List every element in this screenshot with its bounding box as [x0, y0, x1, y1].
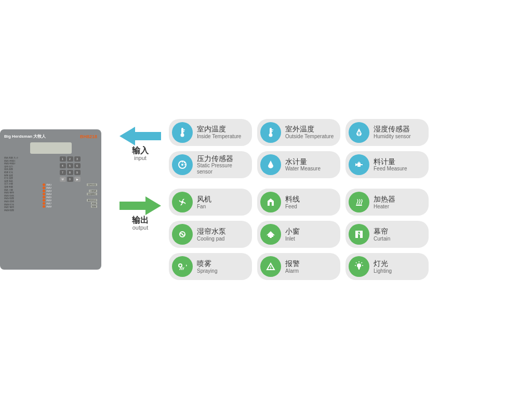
- item-heater: 加热器 Heater: [345, 189, 429, 216]
- svg-line-37: [181, 268, 182, 270]
- alarm-icon: [260, 256, 281, 277]
- svg-point-35: [179, 264, 182, 267]
- feed-text: 料线 Feed: [285, 195, 300, 210]
- indicator-label-1: 风机1: [46, 183, 86, 186]
- indicator-3: 风机3 小喷雾: [43, 190, 97, 192]
- key-menu[interactable]: M: [60, 177, 66, 182]
- output-items-grid: 风机 Fan 料线 Feed: [169, 189, 429, 280]
- svg-rect-43: [358, 268, 360, 269]
- indicator-label-5: 风机5: [46, 196, 94, 198]
- spray-en: Spraying: [197, 268, 217, 274]
- key-9[interactable]: 9: [74, 170, 81, 175]
- curtain-text: 幕帘 Curtain: [374, 227, 390, 242]
- inside-temp-en: Inside Temperature: [197, 134, 241, 140]
- feed-measure-en: Feed Measure: [374, 166, 407, 172]
- heater-text: 加热器 Heater: [374, 195, 395, 210]
- heater-cn: 加热器: [374, 195, 395, 204]
- indicator-dot-7: [43, 202, 45, 205]
- indicator-label-7: 风机7: [46, 202, 90, 205]
- key-2[interactable]: 2: [67, 156, 73, 162]
- indicator-tag-3: 小喷雾: [89, 190, 97, 192]
- cooling-text: 湿帘水泵 Cooling pad: [197, 227, 226, 242]
- key-0[interactable]: 0: [67, 177, 73, 182]
- key-7[interactable]: 7: [60, 170, 66, 175]
- alarm-en: Alarm: [285, 268, 300, 274]
- water-text: 水计量 Water Measure: [285, 157, 321, 172]
- main-container: Big Herdsman 大牧人 BH8218 风机 风量 大,小 风机1 料线…: [0, 0, 532, 399]
- fan-en: Fan: [197, 204, 211, 210]
- svg-rect-30: [270, 237, 272, 238]
- keypad-row-2: 4 5 6: [43, 163, 97, 168]
- key-4[interactable]: 4: [60, 163, 66, 168]
- item-inlet: 小窗 Inlet: [257, 221, 340, 248]
- indicator-dot-6: [43, 199, 45, 202]
- key-6[interactable]: 6: [74, 163, 81, 168]
- svg-point-22: [181, 201, 184, 204]
- feed-measure-text: 料计量 Feed Measure: [374, 157, 407, 172]
- key-5[interactable]: 5: [67, 163, 73, 168]
- inside-temp-text: 室内温度 Inside Temperature: [197, 125, 241, 140]
- indicator-tag-4: 温感网柱: [87, 193, 97, 195]
- heater-icon: [349, 192, 369, 212]
- controller-header: Big Herdsman 大牧人 BH8218: [4, 134, 97, 139]
- indicator-label-3: 风机3: [46, 190, 88, 192]
- item-feed-measure: 料计量 Feed Measure: [345, 151, 429, 179]
- svg-rect-24: [270, 202, 272, 206]
- indicator-rows: 风机1 湿帘水泵 风机2 风机3 小喷雾 风: [43, 183, 97, 208]
- controller-panel: Big Herdsman 大牧人 BH8218 风机 风量 大,小 风机1 料线…: [0, 129, 101, 270]
- indicator-tag-7: 料线: [91, 202, 97, 205]
- indicator-6: 风机6 幕帘开启: [43, 199, 97, 202]
- key-1[interactable]: 1: [60, 156, 66, 162]
- pressure-cn: 压力传感器: [197, 154, 246, 163]
- svg-line-49: [356, 262, 357, 263]
- item-alarm: 报警 Alarm: [257, 253, 340, 280]
- curtain-icon: [349, 224, 369, 245]
- indicator-4: 风机4 温感网柱: [43, 193, 97, 195]
- output-arrow-label: 输出 output: [117, 196, 164, 231]
- output-section: 输出 output 风机: [117, 189, 532, 280]
- input-label-en: input: [134, 155, 147, 161]
- feed-measure-icon: [349, 154, 369, 175]
- svg-line-14: [184, 162, 185, 163]
- humidity-icon: [349, 122, 369, 143]
- controller-body: 风机 风量 大,小 风机1 料线1 风机2 料线2 湿帘 压力 排风 报警 喷雾…: [4, 156, 97, 211]
- lighting-icon: [349, 256, 369, 277]
- diagram: 输入 input 室内温度 Ins: [117, 119, 532, 281]
- indicator-tag-1: 湿帘水泵: [87, 183, 97, 186]
- outside-temp-icon: [260, 122, 281, 143]
- key-enter[interactable]: ▶: [74, 177, 81, 182]
- lighting-cn: 灯光: [374, 259, 392, 268]
- cooling-icon: [172, 224, 193, 245]
- controller-model: BH8218: [80, 134, 97, 139]
- item-curtain: 幕帘 Curtain: [345, 221, 429, 248]
- svg-marker-0: [119, 127, 161, 145]
- svg-marker-28: [267, 231, 275, 235]
- water-en: Water Measure: [285, 166, 321, 172]
- key-8[interactable]: 8: [67, 170, 73, 175]
- svg-rect-1: [181, 128, 183, 134]
- item-fan: 风机 Fan: [169, 189, 252, 216]
- inside-temp-cn: 室内温度: [197, 125, 241, 134]
- svg-rect-44: [358, 269, 360, 270]
- spray-cn: 喷雾: [197, 259, 217, 268]
- indicator-7: 风机7 料线: [43, 202, 97, 205]
- svg-rect-17: [357, 163, 361, 167]
- alarm-text: 报警 Alarm: [285, 259, 300, 274]
- outside-temp-cn: 室外温度: [285, 125, 334, 134]
- svg-line-36: [180, 268, 181, 270]
- svg-point-6: [269, 133, 273, 137]
- feed-measure-cn: 料计量: [374, 157, 407, 166]
- input-section: 输入 input 室内温度 Ins: [117, 119, 532, 179]
- cooling-en: Cooling pad: [197, 236, 226, 242]
- svg-line-34: [358, 233, 360, 235]
- key-3[interactable]: 3: [74, 156, 81, 162]
- svg-rect-31: [355, 231, 363, 232]
- svg-point-27: [182, 234, 183, 235]
- svg-rect-5: [270, 128, 272, 134]
- indicator-dot-2: [43, 187, 45, 189]
- item-feed: 料线 Feed: [257, 189, 340, 216]
- humidity-en: Humidity sensor: [374, 134, 411, 140]
- keypad-row-4: M 0 ▶: [43, 177, 97, 182]
- indicator-label-8: 风机8: [46, 205, 90, 208]
- item-inside-temp: 室内温度 Inside Temperature: [169, 119, 252, 146]
